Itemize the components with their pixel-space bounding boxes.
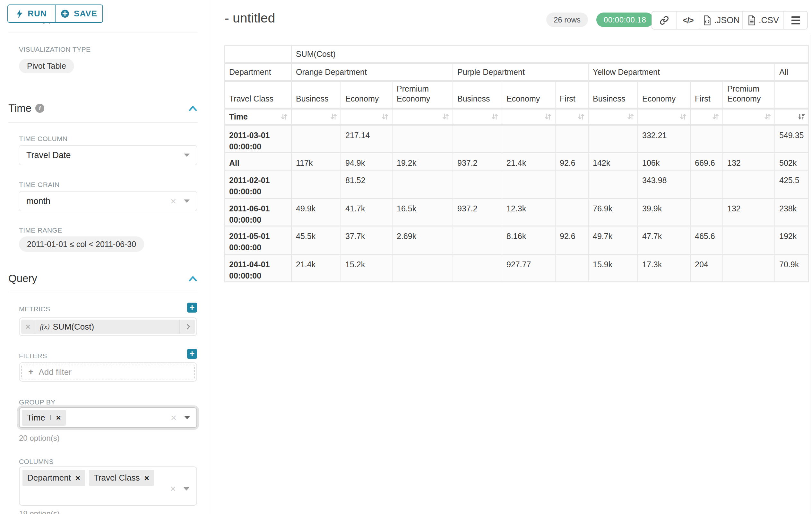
time-column-select[interactable]: Travel Date: [19, 145, 197, 165]
save-label: SAVE: [74, 9, 97, 19]
chevron-up-icon[interactable]: [187, 104, 198, 114]
sort-icon[interactable]: [763, 112, 772, 121]
pivot-value-cell: [502, 170, 555, 198]
control-panel: Chart Type RUN SAVE VISUALIZATION TYPE P…: [0, 0, 208, 514]
run-button[interactable]: RUN: [8, 5, 55, 22]
time-sort-cell[interactable]: Time: [225, 109, 291, 125]
groupby-chip-time[interactable]: Time i ×: [22, 410, 66, 426]
code-icon: </>: [683, 16, 693, 25]
pivot-value-cell: 669.6: [690, 153, 723, 170]
sort-cell[interactable]: [588, 109, 638, 125]
department-header-cell: Orange Department: [291, 63, 453, 81]
add-metric-button[interactable]: +: [187, 303, 197, 313]
clear-icon[interactable]: ×: [170, 484, 176, 494]
table-row: 2011-03-01 00:00:00217.14332.21549.35: [225, 125, 809, 153]
chip-label: Department: [27, 473, 71, 483]
pivot-value-cell: [555, 198, 588, 226]
sort-icon[interactable]: [280, 112, 289, 121]
sort-cell[interactable]: [555, 109, 588, 125]
pivot-value-cell: 132: [723, 198, 775, 226]
metric-chip[interactable]: × f(x) SUM(Cost): [21, 320, 195, 334]
sort-icon[interactable]: [626, 112, 635, 121]
time-grain-select[interactable]: month ×: [19, 191, 197, 211]
metric-label-zone: f(x) SUM(Cost): [35, 320, 179, 334]
sort-icon[interactable]: [544, 112, 552, 121]
pivot-value-cell: 132: [723, 153, 775, 170]
travel-class-header-cell: Economy: [502, 81, 555, 109]
pivot-value-cell: 425.5: [775, 170, 809, 198]
sort-icon[interactable]: [441, 112, 450, 121]
section-query: Query: [8, 272, 37, 285]
chart-title[interactable]: - untitled: [225, 10, 275, 26]
pivot-value-cell: 76.9k: [588, 198, 638, 226]
fx-icon: f(x): [40, 323, 50, 331]
department-header-cell: Purple Department: [453, 63, 588, 81]
clear-icon[interactable]: ×: [170, 196, 176, 206]
expand-metric-icon[interactable]: [179, 320, 195, 334]
share-link-button[interactable]: [652, 11, 676, 29]
pivot-table-container: SUM(Cost)DepartmentOrange DepartmentPurp…: [224, 45, 809, 282]
viz-type-pill[interactable]: Pivot Table: [19, 59, 74, 73]
columns-chip-department[interactable]: Department ×: [23, 470, 85, 486]
sort-desc-icon[interactable]: [797, 112, 806, 121]
add-filter-label: Add filter: [38, 367, 71, 377]
sort-cell[interactable]: [392, 109, 453, 125]
sort-icon[interactable]: [711, 112, 720, 121]
add-filter-plus-button[interactable]: +: [187, 349, 197, 359]
view-query-button[interactable]: </>: [676, 11, 700, 29]
sort-icon[interactable]: [381, 112, 389, 121]
columns-chip-travel-class[interactable]: Travel Class ×: [89, 470, 154, 486]
pivot-value-cell: [453, 254, 502, 282]
pivot-value-cell: 937.2: [453, 198, 502, 226]
sort-cell[interactable]: [453, 109, 502, 125]
sort-cell[interactable]: [341, 109, 392, 125]
sort-cell[interactable]: [723, 109, 775, 125]
remove-metric-icon[interactable]: ×: [21, 320, 35, 334]
chip-label: Time: [27, 413, 45, 423]
groupby-select[interactable]: Time i × ×: [19, 407, 197, 428]
pivot-value-cell: 937.2: [453, 153, 502, 170]
travel-class-header-cell: [775, 81, 809, 109]
chevron-up-icon[interactable]: [187, 274, 198, 285]
columns-select[interactable]: Department × Travel Class × ×: [19, 466, 197, 506]
export-toolbar: </> .JSON .CSV: [651, 11, 808, 30]
chip-close-icon[interactable]: ×: [56, 413, 61, 422]
sort-icon[interactable]: [577, 112, 585, 121]
travel-class-header-row: Travel ClassBusinessEconomyPremium Econo…: [225, 81, 809, 109]
export-json-button[interactable]: .JSON: [700, 11, 742, 29]
sort-cell[interactable]: [638, 109, 690, 125]
plus-icon: +: [28, 367, 33, 377]
filters-container: + Add filter: [19, 362, 197, 382]
caret-down-icon: [184, 154, 190, 157]
add-filter-button[interactable]: + Add filter: [21, 364, 195, 379]
export-csv-label: .CSV: [759, 16, 779, 25]
save-button[interactable]: SAVE: [55, 5, 103, 22]
time-section-title: Time: [8, 102, 31, 114]
time-column-label: TIME COLUMN: [19, 135, 67, 143]
time-range-pill[interactable]: 2011-01-01 ≤ col < 2011-06-30: [19, 237, 144, 252]
chip-close-icon[interactable]: ×: [144, 474, 149, 482]
pivot-value-cell: [392, 170, 453, 198]
time-grain-value: month: [26, 196, 170, 206]
time-range-label: TIME RANGE: [19, 226, 62, 234]
sort-cell[interactable]: [291, 109, 341, 125]
superset-explore-view: Chart Type RUN SAVE VISUALIZATION TYPE P…: [0, 0, 812, 514]
clear-icon[interactable]: ×: [171, 413, 176, 423]
chip-close-icon[interactable]: ×: [76, 474, 80, 482]
sort-cell[interactable]: [690, 109, 723, 125]
pivot-value-cell: [723, 226, 775, 254]
sort-cell[interactable]: [502, 109, 555, 125]
sort-icon[interactable]: [329, 112, 338, 121]
row-dimension-label: Travel Class: [225, 81, 291, 109]
info-icon: i: [35, 104, 44, 113]
export-csv-button[interactable]: .CSV: [742, 11, 783, 29]
pivot-value-cell: 94.9k: [341, 153, 392, 170]
groupby-label: GROUP BY: [19, 398, 56, 406]
sort-icon[interactable]: [490, 112, 499, 121]
more-options-button[interactable]: [783, 11, 807, 29]
sort-cell[interactable]: [775, 109, 809, 125]
sort-icon[interactable]: [679, 112, 688, 121]
pivot-value-cell: 2.69k: [392, 226, 453, 254]
pivot-value-cell: 21.4k: [291, 254, 341, 282]
pivot-value-cell: 238k: [775, 198, 809, 226]
